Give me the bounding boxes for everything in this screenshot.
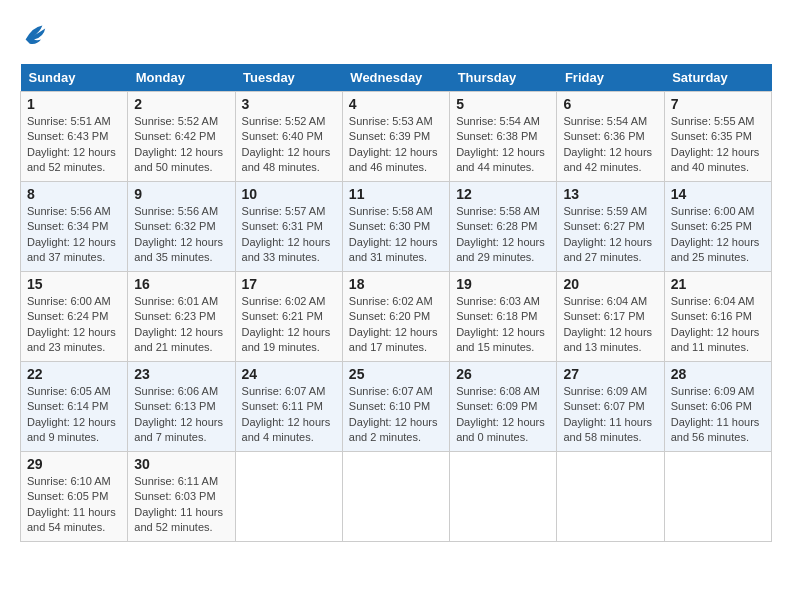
day-info: Sunrise: 5:55 AMSunset: 6:35 PMDaylight:…	[671, 115, 760, 173]
calendar-cell-26: 26 Sunrise: 6:08 AMSunset: 6:09 PMDaylig…	[450, 362, 557, 452]
calendar-cell-empty	[557, 452, 664, 542]
day-info: Sunrise: 5:51 AMSunset: 6:43 PMDaylight:…	[27, 115, 116, 173]
day-number: 16	[134, 276, 228, 292]
day-info: Sunrise: 5:54 AMSunset: 6:38 PMDaylight:…	[456, 115, 545, 173]
day-info: Sunrise: 5:58 AMSunset: 6:28 PMDaylight:…	[456, 205, 545, 263]
calendar-table: SundayMondayTuesdayWednesdayThursdayFrid…	[20, 64, 772, 542]
day-info: Sunrise: 6:07 AMSunset: 6:11 PMDaylight:…	[242, 385, 331, 443]
calendar-cell-25: 25 Sunrise: 6:07 AMSunset: 6:10 PMDaylig…	[342, 362, 449, 452]
weekday-header-saturday: Saturday	[664, 64, 771, 92]
day-number: 14	[671, 186, 765, 202]
day-info: Sunrise: 6:09 AMSunset: 6:06 PMDaylight:…	[671, 385, 760, 443]
day-info: Sunrise: 5:57 AMSunset: 6:31 PMDaylight:…	[242, 205, 331, 263]
weekday-header-sunday: Sunday	[21, 64, 128, 92]
day-info: Sunrise: 5:58 AMSunset: 6:30 PMDaylight:…	[349, 205, 438, 263]
calendar-cell-27: 27 Sunrise: 6:09 AMSunset: 6:07 PMDaylig…	[557, 362, 664, 452]
calendar-cell-29: 29 Sunrise: 6:10 AMSunset: 6:05 PMDaylig…	[21, 452, 128, 542]
day-number: 23	[134, 366, 228, 382]
day-info: Sunrise: 6:11 AMSunset: 6:03 PMDaylight:…	[134, 475, 223, 533]
day-number: 18	[349, 276, 443, 292]
calendar-cell-3: 3 Sunrise: 5:52 AMSunset: 6:40 PMDayligh…	[235, 92, 342, 182]
day-number: 25	[349, 366, 443, 382]
calendar-week-2: 8 Sunrise: 5:56 AMSunset: 6:34 PMDayligh…	[21, 182, 772, 272]
day-number: 30	[134, 456, 228, 472]
calendar-cell-4: 4 Sunrise: 5:53 AMSunset: 6:39 PMDayligh…	[342, 92, 449, 182]
calendar-cell-30: 30 Sunrise: 6:11 AMSunset: 6:03 PMDaylig…	[128, 452, 235, 542]
day-info: Sunrise: 6:04 AMSunset: 6:17 PMDaylight:…	[563, 295, 652, 353]
day-info: Sunrise: 5:53 AMSunset: 6:39 PMDaylight:…	[349, 115, 438, 173]
day-info: Sunrise: 5:59 AMSunset: 6:27 PMDaylight:…	[563, 205, 652, 263]
weekday-header-wednesday: Wednesday	[342, 64, 449, 92]
calendar-cell-7: 7 Sunrise: 5:55 AMSunset: 6:35 PMDayligh…	[664, 92, 771, 182]
calendar-cell-2: 2 Sunrise: 5:52 AMSunset: 6:42 PMDayligh…	[128, 92, 235, 182]
day-info: Sunrise: 6:04 AMSunset: 6:16 PMDaylight:…	[671, 295, 760, 353]
day-info: Sunrise: 5:52 AMSunset: 6:42 PMDaylight:…	[134, 115, 223, 173]
calendar-cell-5: 5 Sunrise: 5:54 AMSunset: 6:38 PMDayligh…	[450, 92, 557, 182]
day-info: Sunrise: 6:08 AMSunset: 6:09 PMDaylight:…	[456, 385, 545, 443]
calendar-cell-8: 8 Sunrise: 5:56 AMSunset: 6:34 PMDayligh…	[21, 182, 128, 272]
calendar-cell-13: 13 Sunrise: 5:59 AMSunset: 6:27 PMDaylig…	[557, 182, 664, 272]
day-number: 27	[563, 366, 657, 382]
calendar-cell-20: 20 Sunrise: 6:04 AMSunset: 6:17 PMDaylig…	[557, 272, 664, 362]
calendar-week-5: 29 Sunrise: 6:10 AMSunset: 6:05 PMDaylig…	[21, 452, 772, 542]
calendar-cell-empty	[235, 452, 342, 542]
day-number: 9	[134, 186, 228, 202]
logo	[20, 20, 52, 48]
calendar-cell-14: 14 Sunrise: 6:00 AMSunset: 6:25 PMDaylig…	[664, 182, 771, 272]
day-number: 7	[671, 96, 765, 112]
day-number: 1	[27, 96, 121, 112]
day-info: Sunrise: 6:10 AMSunset: 6:05 PMDaylight:…	[27, 475, 116, 533]
day-number: 28	[671, 366, 765, 382]
day-info: Sunrise: 6:01 AMSunset: 6:23 PMDaylight:…	[134, 295, 223, 353]
day-info: Sunrise: 6:00 AMSunset: 6:25 PMDaylight:…	[671, 205, 760, 263]
day-number: 3	[242, 96, 336, 112]
day-number: 5	[456, 96, 550, 112]
calendar-cell-empty	[664, 452, 771, 542]
day-info: Sunrise: 5:54 AMSunset: 6:36 PMDaylight:…	[563, 115, 652, 173]
weekday-header-tuesday: Tuesday	[235, 64, 342, 92]
day-info: Sunrise: 6:02 AMSunset: 6:20 PMDaylight:…	[349, 295, 438, 353]
weekday-header-friday: Friday	[557, 64, 664, 92]
calendar-cell-19: 19 Sunrise: 6:03 AMSunset: 6:18 PMDaylig…	[450, 272, 557, 362]
logo-bird-icon	[20, 20, 48, 48]
day-number: 26	[456, 366, 550, 382]
calendar-cell-12: 12 Sunrise: 5:58 AMSunset: 6:28 PMDaylig…	[450, 182, 557, 272]
day-number: 19	[456, 276, 550, 292]
calendar-cell-17: 17 Sunrise: 6:02 AMSunset: 6:21 PMDaylig…	[235, 272, 342, 362]
day-info: Sunrise: 6:02 AMSunset: 6:21 PMDaylight:…	[242, 295, 331, 353]
calendar-cell-empty	[342, 452, 449, 542]
day-number: 20	[563, 276, 657, 292]
page-header	[20, 20, 772, 48]
calendar-week-3: 15 Sunrise: 6:00 AMSunset: 6:24 PMDaylig…	[21, 272, 772, 362]
day-number: 10	[242, 186, 336, 202]
calendar-week-4: 22 Sunrise: 6:05 AMSunset: 6:14 PMDaylig…	[21, 362, 772, 452]
day-number: 12	[456, 186, 550, 202]
day-number: 24	[242, 366, 336, 382]
day-number: 4	[349, 96, 443, 112]
day-number: 11	[349, 186, 443, 202]
calendar-cell-11: 11 Sunrise: 5:58 AMSunset: 6:30 PMDaylig…	[342, 182, 449, 272]
calendar-cell-24: 24 Sunrise: 6:07 AMSunset: 6:11 PMDaylig…	[235, 362, 342, 452]
weekday-header-monday: Monday	[128, 64, 235, 92]
day-number: 29	[27, 456, 121, 472]
calendar-cell-28: 28 Sunrise: 6:09 AMSunset: 6:06 PMDaylig…	[664, 362, 771, 452]
calendar-cell-21: 21 Sunrise: 6:04 AMSunset: 6:16 PMDaylig…	[664, 272, 771, 362]
calendar-cell-6: 6 Sunrise: 5:54 AMSunset: 6:36 PMDayligh…	[557, 92, 664, 182]
calendar-cell-22: 22 Sunrise: 6:05 AMSunset: 6:14 PMDaylig…	[21, 362, 128, 452]
day-number: 13	[563, 186, 657, 202]
day-info: Sunrise: 5:56 AMSunset: 6:34 PMDaylight:…	[27, 205, 116, 263]
day-info: Sunrise: 6:00 AMSunset: 6:24 PMDaylight:…	[27, 295, 116, 353]
calendar-cell-empty	[450, 452, 557, 542]
day-info: Sunrise: 6:06 AMSunset: 6:13 PMDaylight:…	[134, 385, 223, 443]
day-number: 22	[27, 366, 121, 382]
calendar-week-1: 1 Sunrise: 5:51 AMSunset: 6:43 PMDayligh…	[21, 92, 772, 182]
calendar-cell-18: 18 Sunrise: 6:02 AMSunset: 6:20 PMDaylig…	[342, 272, 449, 362]
weekday-header-thursday: Thursday	[450, 64, 557, 92]
day-info: Sunrise: 5:56 AMSunset: 6:32 PMDaylight:…	[134, 205, 223, 263]
day-number: 8	[27, 186, 121, 202]
day-number: 21	[671, 276, 765, 292]
day-info: Sunrise: 6:09 AMSunset: 6:07 PMDaylight:…	[563, 385, 652, 443]
calendar-cell-15: 15 Sunrise: 6:00 AMSunset: 6:24 PMDaylig…	[21, 272, 128, 362]
day-number: 15	[27, 276, 121, 292]
day-number: 2	[134, 96, 228, 112]
